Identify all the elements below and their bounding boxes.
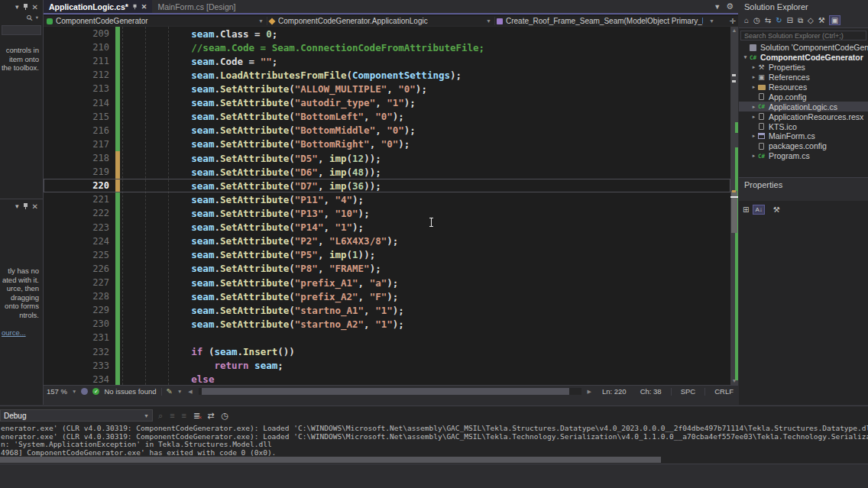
pending-changes-filter-icon[interactable]: ◷ [753,16,761,24]
editor-vertical-scrollbar[interactable]: ▲ ▼ [730,27,738,385]
code-line-230[interactable]: 230 seam.SetAttribute("startno_A2", "1")… [44,317,730,331]
code-line-233[interactable]: 233 return seam; [44,359,730,373]
code-line-213[interactable]: 213 seam.SetAttribute("ALLOW_MULTIPLE", … [44,82,730,95]
preview-selected-items-icon[interactable]: ▣ [829,15,840,25]
show-output-from-select[interactable]: Debug ▼ [0,409,153,422]
code-line-231[interactable]: 231 [44,331,730,344]
switch-views-icon[interactable]: ⌂ [743,16,750,24]
code-line-218[interactable]: 218 seam.SetAttribute("D5", imp(12)); [44,151,730,165]
output-horizontal-scrollbar[interactable] [0,457,868,463]
chevron-down-icon[interactable]: ▾ [15,3,19,11]
add-data-source-link[interactable]: ource... [0,328,43,337]
code-line-232[interactable]: 232 if (seam.Insert()) [44,345,730,359]
scroll-right-icon[interactable]: ▶ [586,389,593,395]
expander-icon[interactable]: ▾ [742,54,749,60]
tree-item-program-cs[interactable]: ▸C#Program.cs [739,151,868,161]
toolbox-search-input[interactable] [2,25,41,35]
split-handle-icon[interactable]: ✛ [730,17,738,25]
code-line-211[interactable]: 211 seam.Code = ""; [44,54,730,68]
expander-icon[interactable]: ▸ [750,64,757,70]
line-ending-indicator[interactable]: CRLF [710,387,738,396]
output-text[interactable]: enerator.exe' (CLR v4.0.30319: Component… [0,425,868,457]
code-line-228[interactable]: 228 seam.SetAttribute("prefix_A2", "F"); [44,289,730,303]
code-line-214[interactable]: 214 seam.SetAttribute("autodir_type", "1… [44,96,730,110]
show-all-files-icon[interactable]: ◇ [807,16,815,24]
encoding-indicator[interactable]: SPC [676,387,701,396]
code-line-209[interactable]: 209 seam.Class = 0; [44,27,730,40]
expander-icon[interactable]: ▸ [750,153,757,159]
copy-icon[interactable]: ⧉ [797,16,804,25]
breadcrumb-member-dropdown[interactable]: Create_Roof_Frame_Seam_Seam(ModelObject … [494,17,717,25]
tree-item-properties[interactable]: ▸⚒Properties [739,63,868,73]
tree-item-references[interactable]: ▸▣References [739,73,868,82]
tree-item-resources[interactable]: ▸Resources [739,82,868,92]
code-line-224[interactable]: 224 seam.SetAttribute("P2", "L6X4X3/8"); [44,234,730,248]
pin-icon[interactable] [23,4,28,10]
categorized-icon[interactable]: ⊞ [743,205,749,214]
tree-item-app-config[interactable]: App.config [739,92,868,102]
code-line-219[interactable]: 219 seam.SetAttribute("D6", imp(48)); [44,165,730,179]
tree-item-applicationresources-resx[interactable]: ▸ApplicationResources.resx [739,111,868,121]
sync-with-active-document-icon[interactable]: ⇆ [764,16,772,24]
chevron-down-icon[interactable]: ▾ [15,202,19,210]
close-icon[interactable]: ✕ [141,3,147,11]
zoom-level[interactable]: 157 % [47,387,67,396]
collapse-all-icon[interactable]: ⊟ [786,16,794,24]
code-line-217[interactable]: 217 seam.SetAttribute("BottomRight", "0"… [44,137,730,151]
solution-explorer-search-input[interactable]: Search Solution Explorer (Ctrl+;) [740,31,866,40]
tree-item-applicationlogic-cs[interactable]: ▸C#ApplicationLogic.cs [739,102,868,111]
scroll-left-icon[interactable]: ◀ [186,389,193,395]
code-line-215[interactable]: 215 seam.SetAttribute("BottomLeft", "0")… [44,110,730,124]
code-line-223[interactable]: 223 seam.SetAttribute("P14", "1"); [44,221,730,234]
scrollbar-thumb[interactable] [202,388,569,395]
zoom-dropdown-icon[interactable]: ▼ [72,389,76,394]
tree-item-solution-componentcodegenerator[interactable]: Solution 'ComponentCodeGenerator' ( [739,43,868,53]
tab-applicationlogic[interactable]: ApplicationLogic.cs* ✕ [44,0,152,13]
close-icon[interactable]: ✕ [32,3,38,11]
code-line-234[interactable]: 234 else [44,373,730,385]
active-files-dropdown-icon[interactable]: ▼ [714,3,721,11]
code-cleanup-dropdown-icon[interactable]: ▼ [177,389,182,394]
expander-icon[interactable]: ▸ [750,84,757,90]
code-line-216[interactable]: 216 seam.SetAttribute("BottomMiddle", "0… [44,124,730,137]
code-line-222[interactable]: 222 seam.SetAttribute("P13", "10"); [44,206,730,220]
word-wrap-icon[interactable]: ⇄ [207,411,214,421]
code-line-229[interactable]: 229 seam.SetAttribute("startno_A1", "1")… [44,303,730,317]
breadcrumb-type-dropdown[interactable]: ComponentCodeGenerator.ApplicationLogic … [267,17,494,25]
refresh-icon[interactable]: ↻ [775,16,782,24]
chevron-down-icon[interactable]: ▾ [36,15,38,21]
properties-object-selector[interactable] [739,190,868,201]
code-cleanup-icon[interactable]: ✎ [167,387,173,396]
tree-item-mainform-cs[interactable]: ▸MainForm.cs [739,131,868,141]
alphabetical-icon[interactable]: A↓ [753,205,764,215]
scroll-up-icon[interactable]: ▲ [730,27,738,34]
clear-all-icon[interactable]: ≣× [193,411,200,421]
tree-item-kts-ico[interactable]: KTS.ico [739,121,868,131]
code-line-220[interactable]: 220 seam.SetAttribute("D7", imp(36)); [44,179,730,192]
expander-icon[interactable]: ▸ [750,114,757,120]
tree-item-packages-config[interactable]: packages.config [739,141,868,151]
code-line-226[interactable]: 226 seam.SetAttribute("P8", "FRAME"); [44,262,730,276]
breadcrumb-project-dropdown[interactable]: ComponentCodeGenerator ▼ [44,17,267,25]
code-line-225[interactable]: 225 seam.SetAttribute("P5", imp(1)); [44,248,730,262]
code-editor[interactable]: 209 seam.Class = 0;210 //seam.Code = Sea… [44,27,730,385]
scroll-down-icon[interactable]: ▼ [730,377,738,385]
expander-icon[interactable]: ▸ [750,104,757,110]
gear-icon[interactable]: ⚙ [726,2,734,11]
pin-icon[interactable] [133,4,138,8]
property-pages-icon[interactable]: ⚒ [773,205,780,214]
expander-icon[interactable]: ▸ [750,74,757,80]
code-line-212[interactable]: 212 seam.LoadAttributesFromFile(Componen… [44,68,730,82]
tree-item-componentcodegenerator[interactable]: ▾C#ComponentCodeGenerator [739,53,868,63]
column-indicator[interactable]: Ch: 38 [636,387,666,396]
health-status[interactable]: No issues found [104,387,156,396]
tab-mainform-design[interactable]: MainForm.cs [Design] [152,0,241,13]
scrollbar-thumb[interactable] [0,457,661,463]
close-icon[interactable]: ✕ [32,202,38,211]
history-icon[interactable]: ◷ [221,411,228,421]
code-line-221[interactable]: 221 seam.SetAttribute("P11", "4"); [44,192,730,206]
line-indicator[interactable]: Ln: 220 [598,387,631,396]
editor-horizontal-scrollbar[interactable] [199,388,581,395]
expander-icon[interactable]: ▸ [750,133,757,139]
code-line-227[interactable]: 227 seam.SetAttribute("prefix_A1", "a"); [44,276,730,289]
